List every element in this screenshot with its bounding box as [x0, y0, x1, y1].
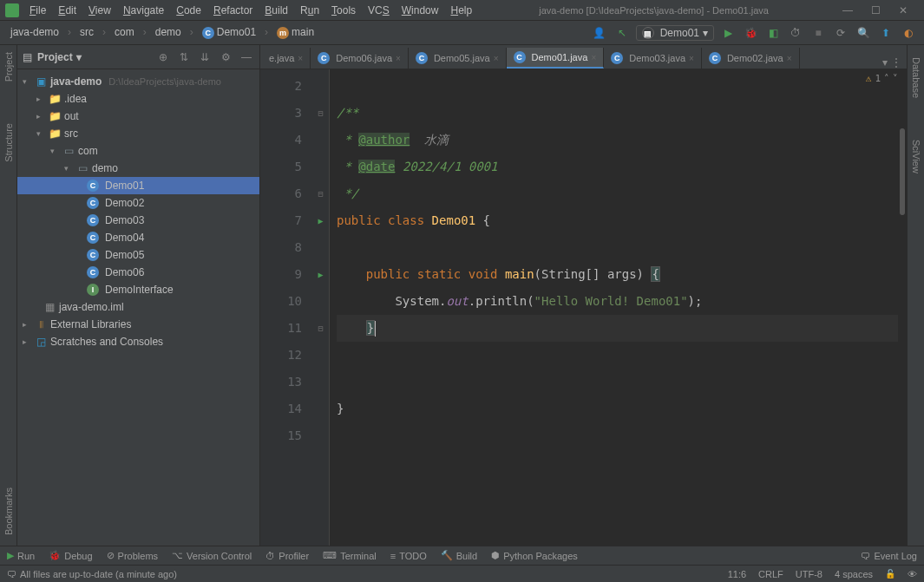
- inspection-widget[interactable]: ⚠ 1 ˄ ˅: [866, 73, 898, 84]
- tab-sciview[interactable]: SciView: [909, 136, 923, 177]
- status-caret-pos[interactable]: 11:6: [728, 569, 746, 579]
- menu-file[interactable]: File: [24, 3, 51, 18]
- up-arrow-icon[interactable]: ⬆: [877, 24, 895, 42]
- fold-icon[interactable]: ⊟: [312, 180, 329, 207]
- project-tree[interactable]: ▾▣java-demoD:\IdeaProjects\java-demo ▸📁.…: [17, 69, 259, 546]
- menu-code[interactable]: Code: [171, 3, 206, 18]
- select-opened-icon[interactable]: ⊕: [155, 51, 171, 63]
- crumb-com[interactable]: com: [111, 24, 138, 40]
- close-button[interactable]: ✕: [893, 4, 914, 16]
- collapse-all-icon[interactable]: ⇊: [197, 51, 213, 63]
- tool-terminal[interactable]: ⌨Terminal: [323, 550, 377, 561]
- close-icon[interactable]: ×: [689, 54, 694, 63]
- tree-external-libs[interactable]: ▸⫴External Libraries: [17, 316, 259, 333]
- status-indent[interactable]: 4 spaces: [835, 569, 873, 579]
- tree-item-demo03[interactable]: CDemo03: [17, 212, 259, 229]
- minimize-button[interactable]: —: [837, 4, 858, 16]
- tool-todo[interactable]: ≡TODO: [390, 551, 427, 561]
- search-icon[interactable]: 🔍: [855, 24, 872, 42]
- tabs-more-icon[interactable]: ⋮: [891, 56, 901, 69]
- hide-icon[interactable]: —: [239, 51, 254, 63]
- menu-tools[interactable]: Tools: [326, 3, 361, 18]
- tab-demo06[interactable]: CDemo06.java×: [311, 48, 409, 69]
- tree-item-demo05[interactable]: CDemo05: [17, 246, 259, 264]
- run-config-selector[interactable]: ▤ Demo01 ▾: [636, 25, 714, 41]
- crumb-demo[interactable]: demo: [152, 24, 185, 40]
- tool-run[interactable]: ▶Run: [7, 550, 35, 561]
- stop-button[interactable]: ■: [809, 24, 827, 42]
- tree-idea[interactable]: ▸📁.idea: [17, 90, 259, 108]
- tree-item-demo02[interactable]: CDemo02: [17, 194, 259, 212]
- tree-demo[interactable]: ▾▭demo: [17, 160, 259, 177]
- menu-navigate[interactable]: Navigate: [118, 3, 169, 18]
- run-button[interactable]: ▶: [719, 24, 737, 42]
- tree-item-demo06[interactable]: CDemo06: [17, 264, 259, 281]
- tab-demo05[interactable]: CDemo05.java×: [409, 48, 507, 69]
- close-icon[interactable]: ×: [494, 54, 499, 63]
- tree-title[interactable]: Project ▾: [37, 51, 150, 63]
- crumb-src[interactable]: src: [76, 24, 97, 40]
- close-icon[interactable]: ×: [591, 53, 596, 62]
- chevron-down-icon[interactable]: ˅: [893, 73, 898, 84]
- tree-item-demo01[interactable]: CDemo01: [17, 177, 259, 194]
- debug-button[interactable]: 🐞: [742, 24, 759, 42]
- tabs-dropdown-icon[interactable]: ▾: [882, 56, 888, 69]
- tab-partial[interactable]: e.java×: [262, 48, 311, 69]
- status-encoding[interactable]: UTF-8: [796, 569, 822, 579]
- tab-demo03[interactable]: CDemo03.java×: [604, 48, 702, 69]
- tree-scratches[interactable]: ▸◲Scratches and Consoles: [17, 333, 259, 350]
- coverage-button[interactable]: ◧: [764, 24, 782, 42]
- editor-scrollbar[interactable]: [898, 94, 907, 546]
- close-icon[interactable]: ×: [396, 54, 401, 63]
- tab-demo02[interactable]: CDemo02.java×: [702, 48, 800, 69]
- ide-errors-icon[interactable]: 👁: [908, 569, 917, 579]
- scrollbar-thumb[interactable]: [900, 128, 905, 215]
- tree-iml[interactable]: ▦java-demo.iml: [17, 298, 259, 316]
- tree-item-demointerface[interactable]: IDemoInterface: [17, 281, 259, 298]
- gear-icon[interactable]: ⚙: [218, 51, 233, 63]
- tree-com[interactable]: ▾▭com: [17, 142, 259, 160]
- menu-help[interactable]: Help: [445, 3, 477, 18]
- status-line-sep[interactable]: CRLF: [758, 569, 783, 579]
- tool-build[interactable]: 🔨Build: [441, 550, 477, 561]
- menu-edit[interactable]: Edit: [53, 3, 82, 18]
- crumb-class[interactable]: CDemo01: [199, 24, 259, 41]
- tab-structure[interactable]: Structure: [2, 120, 16, 166]
- crumb-project[interactable]: java-demo: [7, 24, 62, 40]
- project-dropdown-icon[interactable]: ▤: [23, 51, 32, 63]
- profile-button[interactable]: ⏱: [787, 24, 804, 42]
- tool-problems[interactable]: ⊘Problems: [107, 550, 158, 561]
- menu-build[interactable]: Build: [259, 3, 293, 18]
- menu-window[interactable]: Window: [396, 3, 444, 18]
- expand-all-icon[interactable]: ⇅: [176, 51, 192, 63]
- fold-icon[interactable]: ⊟: [312, 100, 329, 127]
- tool-eventlog[interactable]: 🗨Event Log: [861, 551, 917, 561]
- maximize-button[interactable]: ☐: [865, 4, 886, 16]
- editor-body[interactable]: 23456789101112131415 ⊟ ⊟ ▶ ▶ ⊟ /** * @au…: [260, 69, 907, 546]
- tab-database[interactable]: Database: [909, 54, 923, 101]
- build-hammer-icon[interactable]: ↖: [613, 24, 631, 42]
- crumb-method[interactable]: mmain: [273, 24, 318, 41]
- tab-project[interactable]: Project: [2, 49, 16, 85]
- add-user-icon[interactable]: 👤: [591, 24, 608, 42]
- code-content[interactable]: /** * @author 水滴 * @date 2022/4/1 0001 *…: [330, 69, 907, 546]
- tool-vcs[interactable]: ⌥Version Control: [172, 550, 252, 561]
- tool-python[interactable]: ⬢Python Packages: [491, 550, 578, 561]
- tool-debug[interactable]: 🐞Debug: [49, 550, 92, 561]
- tree-item-demo04[interactable]: CDemo04: [17, 229, 259, 246]
- tool-profiler[interactable]: ⏱Profiler: [265, 551, 309, 561]
- vcs-update-icon[interactable]: ⟳: [832, 24, 849, 42]
- tree-root[interactable]: ▾▣java-demoD:\IdeaProjects\java-demo: [17, 73, 259, 90]
- menu-vcs[interactable]: VCS: [363, 3, 395, 18]
- close-icon[interactable]: ×: [787, 54, 792, 63]
- close-icon[interactable]: ×: [298, 54, 303, 63]
- menu-view[interactable]: View: [83, 3, 116, 18]
- tree-src[interactable]: ▾📁src: [17, 125, 259, 142]
- ide-features-icon[interactable]: ◐: [900, 24, 917, 42]
- tab-demo01[interactable]: CDemo01.java×: [507, 48, 605, 69]
- readonly-lock-icon[interactable]: 🔓: [885, 569, 895, 579]
- run-gutter-icon[interactable]: ▶: [312, 261, 329, 288]
- run-gutter-icon[interactable]: ▶: [312, 207, 329, 234]
- chevron-up-icon[interactable]: ˄: [884, 73, 889, 84]
- tree-out[interactable]: ▸📁out: [17, 108, 259, 125]
